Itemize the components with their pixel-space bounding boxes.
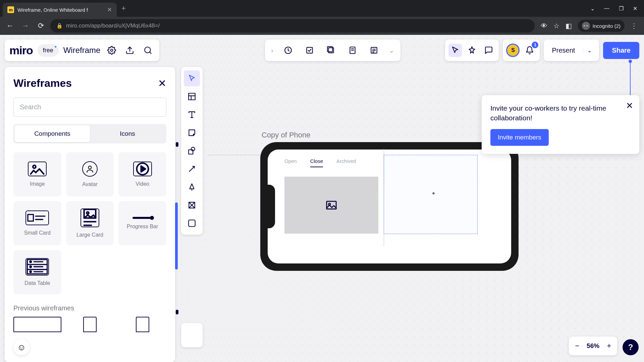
mouse-cursor-icon: ⌖ <box>432 190 435 196</box>
pen-tool-icon[interactable] <box>184 179 200 195</box>
estimation-icon[interactable] <box>324 44 338 57</box>
settings-icon[interactable] <box>105 44 118 57</box>
window-controls: ⌄ ― ❐ ✕ <box>590 5 641 12</box>
prev-wireframe-thumb[interactable] <box>83 317 97 332</box>
present-button[interactable]: Present <box>547 47 580 54</box>
brand-bar: miro free Wireframe <box>5 40 159 61</box>
panel-title: Wireframes <box>13 77 72 89</box>
svg-point-31 <box>30 266 32 268</box>
browser-tab-strip: m Wireframe, Online Whiteboard f ✕ + ⌄ ―… <box>0 0 644 17</box>
reactions-icon[interactable] <box>465 44 479 57</box>
connection-line-icon[interactable] <box>184 161 200 177</box>
text-tool-icon[interactable] <box>184 107 200 123</box>
note-icon[interactable] <box>346 44 359 57</box>
select-tool-icon[interactable] <box>184 70 200 86</box>
zoom-control: − 56% + <box>569 337 617 355</box>
zoom-value[interactable]: 56% <box>587 342 599 350</box>
svg-rect-5 <box>307 47 312 53</box>
miro-logo[interactable]: miro <box>9 44 33 57</box>
export-icon[interactable] <box>123 44 137 57</box>
url-field[interactable]: 🔒 miro.com/app/board/uXjVMqU6x48=/ <box>50 19 535 33</box>
zoom-in-button[interactable]: + <box>607 342 611 350</box>
svg-rect-19 <box>28 215 33 221</box>
notification-badge: 1 <box>532 42 538 48</box>
board-name[interactable]: Wireframe <box>63 46 101 55</box>
tab-components[interactable]: Components <box>15 125 90 142</box>
component-avatar[interactable]: Avatar <box>66 152 114 196</box>
component-data-table[interactable]: Data Table <box>13 250 61 294</box>
frame-icon[interactable] <box>184 197 200 213</box>
cursor-tool-icon[interactable] <box>448 44 462 57</box>
tab-close[interactable]: Close <box>310 158 323 167</box>
kebab-menu-icon[interactable]: ⋮ <box>631 22 637 30</box>
prev-wireframe-thumb[interactable] <box>13 317 61 332</box>
maximize-icon[interactable]: ❐ <box>619 5 624 12</box>
tab-archived[interactable]: Archived <box>336 158 356 167</box>
component-progress-bar[interactable]: Progress Bar <box>118 201 166 245</box>
incognito-icon: 👓 <box>582 22 590 30</box>
image-placeholder[interactable] <box>284 177 378 234</box>
share-button[interactable]: Share <box>603 42 639 59</box>
sticky-note-icon[interactable] <box>184 125 200 141</box>
svg-point-33 <box>30 271 32 273</box>
back-button[interactable]: ← <box>4 21 16 30</box>
browser-tab[interactable]: m Wireframe, Online Whiteboard f ✕ <box>3 3 117 17</box>
close-window-icon[interactable]: ✕ <box>633 5 637 12</box>
svg-rect-35 <box>189 93 195 100</box>
search-icon[interactable] <box>141 44 155 57</box>
lock-icon: 🔒 <box>56 23 63 29</box>
present-caret-icon[interactable]: ⌄ <box>583 47 596 54</box>
forward-button[interactable]: → <box>19 21 32 30</box>
zoom-out-button[interactable]: − <box>575 342 579 350</box>
timer-icon[interactable] <box>281 44 295 57</box>
add-more-icon[interactable] <box>184 215 200 231</box>
caret-down-icon[interactable]: ⌄ <box>590 5 595 12</box>
component-video[interactable]: Video <box>118 152 166 196</box>
right-toolbar: S 1 Present ⌄ Share <box>445 40 639 61</box>
frame-label[interactable]: Copy of Phone <box>262 131 311 139</box>
app-canvas[interactable]: miro free Wireframe › ⌄ S 1 Present <box>0 35 644 362</box>
reload-button[interactable]: ⟳ <box>35 21 47 30</box>
svg-point-0 <box>111 49 113 52</box>
minimize-icon[interactable]: ― <box>604 5 609 12</box>
selection-rectangle[interactable] <box>384 155 478 234</box>
component-image[interactable]: Image <box>13 152 61 196</box>
extensions-icon[interactable]: ◧ <box>566 22 572 30</box>
shapes-icon[interactable] <box>184 143 200 159</box>
svg-line-3 <box>150 52 151 54</box>
tab-open[interactable]: Open <box>284 158 297 167</box>
help-button[interactable]: ? <box>623 339 639 355</box>
segment-control: Components Icons <box>13 124 166 143</box>
phone-notch <box>266 185 275 228</box>
comment-icon[interactable] <box>482 44 495 57</box>
more-tools-icon[interactable]: ⌄ <box>389 46 394 54</box>
svg-marker-18 <box>141 166 145 172</box>
notifications-icon[interactable]: 1 <box>523 44 536 57</box>
component-large-card[interactable]: Large Card <box>66 201 114 245</box>
incognito-badge[interactable]: 👓 Incognito (2) <box>578 20 625 32</box>
svg-rect-52 <box>327 201 336 209</box>
url-text: miro.com/app/board/uXjVMqU6x48=/ <box>66 22 160 29</box>
prev-wireframe-thumb[interactable] <box>136 317 149 332</box>
close-tab-icon[interactable]: ✕ <box>107 6 112 13</box>
voting-icon[interactable] <box>303 44 316 57</box>
vertical-toolbar <box>181 67 203 235</box>
new-tab-button[interactable]: + <box>121 4 126 13</box>
expand-left-icon[interactable]: › <box>271 47 273 54</box>
undo-redo-toolbar <box>181 323 203 347</box>
search-input[interactable]: Search <box>13 98 166 117</box>
templates-icon[interactable] <box>184 88 200 105</box>
star-icon[interactable]: ☆ <box>553 22 559 30</box>
svg-point-15 <box>33 165 36 168</box>
invite-members-button[interactable]: Invite members <box>490 129 549 146</box>
eye-off-icon[interactable]: 👁 <box>541 22 547 30</box>
component-small-card[interactable]: Small Card <box>13 201 61 245</box>
talktrack-icon[interactable] <box>367 44 381 57</box>
user-avatar[interactable]: S <box>506 44 520 57</box>
close-panel-icon[interactable]: ✕ <box>158 77 166 89</box>
tab-icons[interactable]: Icons <box>90 125 165 142</box>
feedback-button[interactable]: ☺ <box>13 339 30 355</box>
plan-pill[interactable]: free <box>38 44 59 57</box>
close-popover-icon[interactable]: ✕ <box>626 101 633 111</box>
svg-point-23 <box>87 212 89 214</box>
